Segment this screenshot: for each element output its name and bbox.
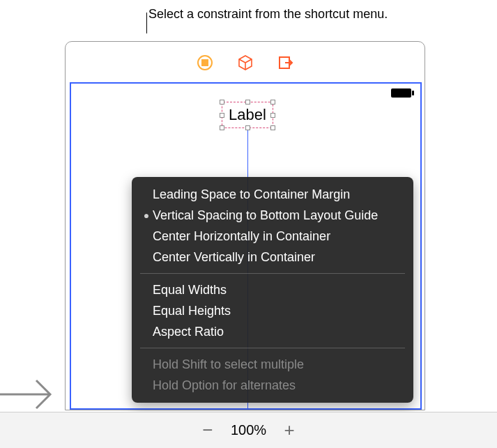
zoom-in-button[interactable]: + [280,422,298,440]
menu-separator [140,273,405,274]
menu-item-label: Equal Heights [153,302,231,320]
constraint-context-menu: Leading Space to Container Margin●Vertic… [132,177,413,403]
menu-item[interactable]: Center Horizontally in Container [132,226,413,247]
uilabel-text: Label [229,106,266,124]
resize-handle[interactable] [220,125,224,130]
resize-handle[interactable] [220,113,224,118]
caption-text: Select a constraint from the shortcut me… [148,7,388,22]
uilabel-element[interactable]: Label [222,102,273,128]
menu-item-label: Center Vertically in Container [153,248,315,266]
menu-item-label: Vertical Spacing to Bottom Layout Guide [153,206,378,224]
resize-handle[interactable] [245,125,250,130]
menu-item[interactable]: Equal Widths [132,279,413,300]
menu-hint: Hold Shift to select multiple [132,354,413,375]
menu-item-label: Leading Space to Container Margin [153,185,350,203]
menu-hint: Hold Option for alternates [132,375,413,396]
arrow-icon [0,376,60,415]
svg-rect-4 [412,91,414,95]
svg-rect-3 [391,88,411,98]
resize-handle[interactable] [270,125,275,130]
zoom-bar: − 100% + [0,412,497,448]
menu-item[interactable]: ●Vertical Spacing to Bottom Layout Guide [132,205,413,226]
object-toolbar [66,55,425,76]
resize-handle[interactable] [220,100,224,105]
menu-separator [140,348,405,348]
menu-item[interactable]: Aspect Ratio [132,321,413,342]
menu-item-label: Center Horizontally in Container [153,227,330,245]
svg-rect-1 [201,59,208,66]
menu-item[interactable]: Center Vertically in Container [132,247,413,268]
menu-item[interactable]: Equal Heights [132,300,413,321]
zoom-level: 100% [231,422,266,438]
menu-item-label: Equal Widths [153,281,227,299]
menu-item[interactable]: Leading Space to Container Margin [132,184,413,205]
menu-item-label: Aspect Ratio [153,323,224,341]
chip-icon[interactable] [197,55,213,70]
zoom-out-button[interactable]: − [199,422,217,440]
battery-icon [391,88,415,98]
cube-icon[interactable] [238,55,253,70]
resize-handle[interactable] [270,100,275,105]
resize-handle[interactable] [245,100,250,105]
resize-handle[interactable] [270,113,275,118]
menu-item-bullet: ● [140,206,153,224]
box-arrow-icon[interactable] [278,55,293,70]
